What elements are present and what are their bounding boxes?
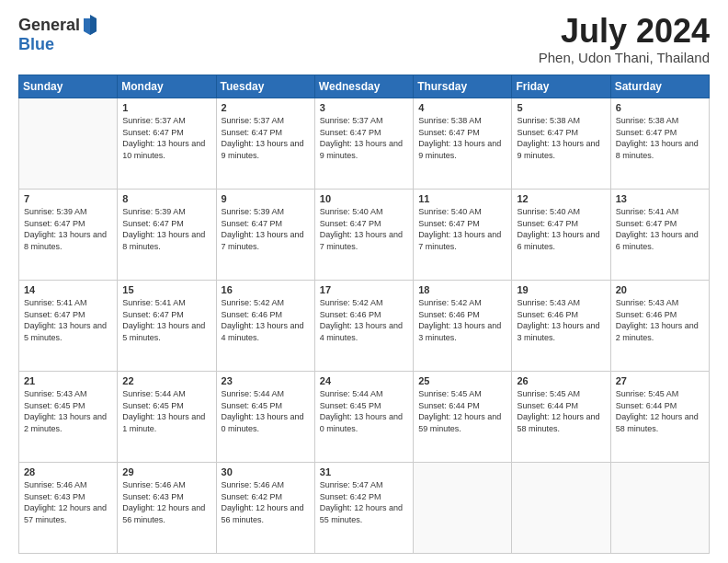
header: General Blue July 2024 Phen, Udon Thani,…: [18, 15, 710, 65]
day-number: 26: [517, 375, 605, 386]
location: Phen, Udon Thani, Thailand: [539, 50, 710, 65]
day-number: 14: [24, 284, 112, 295]
day-info: Sunrise: 5:41 AMSunset: 6:47 PMDaylight:…: [122, 297, 210, 343]
weekday-header-monday: Monday: [118, 75, 216, 98]
calendar-cell: 8Sunrise: 5:39 AMSunset: 6:47 PMDaylight…: [118, 190, 216, 281]
day-info: Sunrise: 5:42 AMSunset: 6:46 PMDaylight:…: [222, 297, 310, 343]
calendar-cell: 29Sunrise: 5:46 AMSunset: 6:43 PMDayligh…: [118, 463, 216, 554]
day-info: Sunrise: 5:40 AMSunset: 6:47 PMDaylight:…: [418, 206, 506, 252]
day-number: 27: [616, 375, 704, 386]
logo: General Blue: [18, 15, 98, 54]
day-info: Sunrise: 5:37 AMSunset: 6:47 PMDaylight:…: [320, 115, 408, 161]
day-number: 16: [222, 284, 310, 295]
day-info: Sunrise: 5:37 AMSunset: 6:47 PMDaylight:…: [222, 115, 310, 161]
day-info: Sunrise: 5:42 AMSunset: 6:46 PMDaylight:…: [418, 297, 506, 343]
page: General Blue July 2024 Phen, Udon Thani,…: [0, 0, 728, 563]
day-number: 19: [517, 284, 605, 295]
day-info: Sunrise: 5:45 AMSunset: 6:44 PMDaylight:…: [616, 388, 704, 434]
day-info: Sunrise: 5:44 AMSunset: 6:45 PMDaylight:…: [320, 388, 408, 434]
calendar-cell: [414, 463, 512, 554]
day-info: Sunrise: 5:43 AMSunset: 6:46 PMDaylight:…: [517, 297, 605, 343]
calendar-cell: [19, 98, 118, 190]
calendar-week-row: 1Sunrise: 5:37 AMSunset: 6:47 PMDaylight…: [19, 98, 710, 190]
calendar-cell: 31Sunrise: 5:47 AMSunset: 6:42 PMDayligh…: [314, 463, 413, 554]
day-info: Sunrise: 5:46 AMSunset: 6:43 PMDaylight:…: [122, 479, 210, 525]
weekday-header-tuesday: Tuesday: [216, 75, 314, 98]
day-info: Sunrise: 5:39 AMSunset: 6:47 PMDaylight:…: [24, 206, 112, 252]
day-info: Sunrise: 5:42 AMSunset: 6:46 PMDaylight:…: [320, 297, 408, 343]
day-info: Sunrise: 5:38 AMSunset: 6:47 PMDaylight:…: [517, 115, 605, 161]
calendar-cell: 6Sunrise: 5:38 AMSunset: 6:47 PMDaylight…: [610, 98, 709, 190]
calendar-cell: 16Sunrise: 5:42 AMSunset: 6:46 PMDayligh…: [216, 281, 314, 372]
day-info: Sunrise: 5:47 AMSunset: 6:42 PMDaylight:…: [320, 479, 408, 525]
calendar-week-row: 7Sunrise: 5:39 AMSunset: 6:47 PMDaylight…: [19, 190, 710, 281]
day-number: 4: [418, 102, 506, 113]
day-number: 21: [24, 375, 112, 386]
calendar-cell: 15Sunrise: 5:41 AMSunset: 6:47 PMDayligh…: [118, 281, 216, 372]
day-number: 15: [122, 284, 210, 295]
calendar-cell: 20Sunrise: 5:43 AMSunset: 6:46 PMDayligh…: [610, 281, 709, 372]
title-block: July 2024 Phen, Udon Thani, Thailand: [539, 15, 710, 65]
calendar-cell: 14Sunrise: 5:41 AMSunset: 6:47 PMDayligh…: [19, 281, 118, 372]
day-number: 11: [418, 193, 506, 204]
calendar-week-row: 21Sunrise: 5:43 AMSunset: 6:45 PMDayligh…: [19, 372, 710, 463]
day-info: Sunrise: 5:44 AMSunset: 6:45 PMDaylight:…: [122, 388, 210, 434]
calendar-cell: 9Sunrise: 5:39 AMSunset: 6:47 PMDaylight…: [216, 190, 314, 281]
day-info: Sunrise: 5:46 AMSunset: 6:42 PMDaylight:…: [222, 479, 310, 525]
calendar-cell: 19Sunrise: 5:43 AMSunset: 6:46 PMDayligh…: [512, 281, 610, 372]
day-number: 10: [320, 193, 408, 204]
calendar-cell: 11Sunrise: 5:40 AMSunset: 6:47 PMDayligh…: [414, 190, 512, 281]
day-number: 23: [222, 375, 310, 386]
day-number: 18: [418, 284, 506, 295]
calendar-cell: 7Sunrise: 5:39 AMSunset: 6:47 PMDaylight…: [19, 190, 118, 281]
svg-marker-1: [90, 15, 97, 35]
day-number: 25: [418, 375, 506, 386]
day-number: 29: [122, 466, 210, 477]
weekday-header-thursday: Thursday: [414, 75, 512, 98]
calendar-header-row: SundayMondayTuesdayWednesdayThursdayFrid…: [19, 75, 710, 98]
calendar-cell: 2Sunrise: 5:37 AMSunset: 6:47 PMDaylight…: [216, 98, 314, 190]
logo-icon: [82, 15, 98, 35]
calendar-cell: 13Sunrise: 5:41 AMSunset: 6:47 PMDayligh…: [610, 190, 709, 281]
calendar-cell: 1Sunrise: 5:37 AMSunset: 6:47 PMDaylight…: [118, 98, 216, 190]
day-info: Sunrise: 5:44 AMSunset: 6:45 PMDaylight:…: [222, 388, 310, 434]
day-info: Sunrise: 5:38 AMSunset: 6:47 PMDaylight:…: [616, 115, 704, 161]
day-info: Sunrise: 5:43 AMSunset: 6:46 PMDaylight:…: [616, 297, 704, 343]
weekday-header-wednesday: Wednesday: [314, 75, 413, 98]
day-number: 13: [616, 193, 704, 204]
day-info: Sunrise: 5:38 AMSunset: 6:47 PMDaylight:…: [418, 115, 506, 161]
calendar-cell: 28Sunrise: 5:46 AMSunset: 6:43 PMDayligh…: [19, 463, 118, 554]
calendar-cell: [512, 463, 610, 554]
calendar-cell: 21Sunrise: 5:43 AMSunset: 6:45 PMDayligh…: [19, 372, 118, 463]
month-title: July 2024: [539, 15, 710, 48]
day-number: 24: [320, 375, 408, 386]
day-number: 7: [24, 193, 112, 204]
calendar-cell: 24Sunrise: 5:44 AMSunset: 6:45 PMDayligh…: [314, 372, 413, 463]
day-number: 17: [320, 284, 408, 295]
day-info: Sunrise: 5:41 AMSunset: 6:47 PMDaylight:…: [24, 297, 112, 343]
calendar-cell: 25Sunrise: 5:45 AMSunset: 6:44 PMDayligh…: [414, 372, 512, 463]
day-info: Sunrise: 5:40 AMSunset: 6:47 PMDaylight:…: [517, 206, 605, 252]
day-number: 9: [222, 193, 310, 204]
day-info: Sunrise: 5:40 AMSunset: 6:47 PMDaylight:…: [320, 206, 408, 252]
calendar-week-row: 14Sunrise: 5:41 AMSunset: 6:47 PMDayligh…: [19, 281, 710, 372]
calendar-cell: 3Sunrise: 5:37 AMSunset: 6:47 PMDaylight…: [314, 98, 413, 190]
calendar-cell: 10Sunrise: 5:40 AMSunset: 6:47 PMDayligh…: [314, 190, 413, 281]
weekday-header-friday: Friday: [512, 75, 610, 98]
day-number: 30: [222, 466, 310, 477]
day-info: Sunrise: 5:37 AMSunset: 6:47 PMDaylight:…: [122, 115, 210, 161]
day-info: Sunrise: 5:39 AMSunset: 6:47 PMDaylight:…: [222, 206, 310, 252]
day-number: 1: [122, 102, 210, 113]
weekday-header-saturday: Saturday: [610, 75, 709, 98]
calendar-cell: 4Sunrise: 5:38 AMSunset: 6:47 PMDaylight…: [414, 98, 512, 190]
day-info: Sunrise: 5:43 AMSunset: 6:45 PMDaylight:…: [24, 388, 112, 434]
calendar-cell: 27Sunrise: 5:45 AMSunset: 6:44 PMDayligh…: [610, 372, 709, 463]
day-info: Sunrise: 5:45 AMSunset: 6:44 PMDaylight:…: [517, 388, 605, 434]
calendar-cell: 23Sunrise: 5:44 AMSunset: 6:45 PMDayligh…: [216, 372, 314, 463]
day-number: 3: [320, 102, 408, 113]
calendar-cell: 17Sunrise: 5:42 AMSunset: 6:46 PMDayligh…: [314, 281, 413, 372]
calendar-cell: 5Sunrise: 5:38 AMSunset: 6:47 PMDaylight…: [512, 98, 610, 190]
logo-blue-text: Blue: [18, 35, 98, 54]
logo-general-text: General: [18, 16, 80, 35]
day-number: 28: [24, 466, 112, 477]
